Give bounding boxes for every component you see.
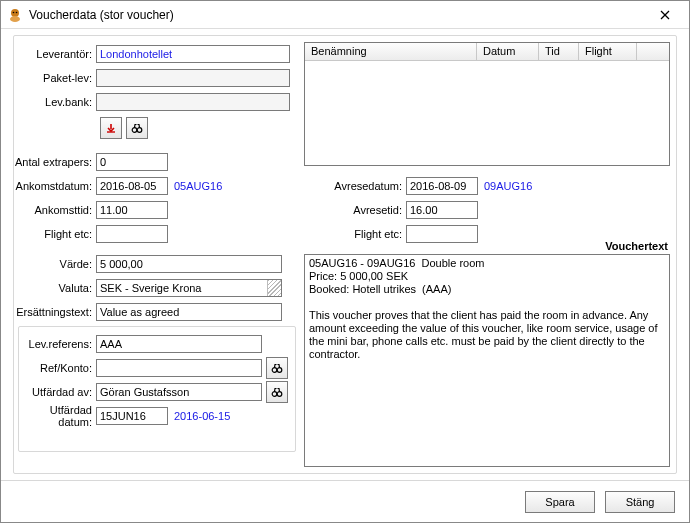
close-icon — [660, 10, 670, 20]
varde-input[interactable] — [96, 255, 282, 273]
svg-point-0 — [11, 9, 19, 17]
label-valuta: Valuta: — [14, 282, 96, 294]
avresetid-input[interactable] — [406, 201, 478, 219]
search-ref-konto-button[interactable] — [266, 357, 288, 379]
binoculars-icon — [131, 122, 143, 134]
flight-etc-left-input[interactable] — [96, 225, 168, 243]
label-ankomsttid: Ankomsttid: — [14, 204, 96, 216]
vouchertext-area[interactable]: 05AUG16 - 09AUG16 Double room Price: 5 0… — [304, 254, 670, 467]
window-title: Voucherdata (stor voucher) — [29, 8, 647, 22]
main-groupbox: Leverantör: Paket-lev: Lev.bank: — [13, 35, 677, 474]
label-lev-referens: Lev.referens: — [14, 338, 96, 350]
svg-point-1 — [10, 16, 20, 22]
label-utfardad-datum: Utfärdad datum: — [14, 404, 96, 428]
items-table[interactable]: Benämning Datum Tid Flight — [304, 42, 670, 166]
binoculars-icon — [271, 362, 283, 374]
label-levbank: Lev.bank: — [18, 96, 96, 108]
svg-point-2 — [13, 11, 15, 13]
paketlev-input[interactable] — [96, 69, 290, 87]
valuta-value: SEK - Sverige Krona — [100, 282, 202, 294]
label-avresedatum: Avresedatum: — [324, 180, 406, 192]
antal-extrapers-input[interactable] — [96, 153, 168, 171]
binoculars-icon — [271, 386, 283, 398]
col-spacer — [637, 43, 669, 60]
titlebar: Voucherdata (stor voucher) — [1, 1, 689, 29]
svg-point-11 — [272, 392, 277, 397]
svg-point-9 — [272, 368, 277, 373]
ankomsttid-input[interactable] — [96, 201, 168, 219]
window-close-button[interactable] — [647, 4, 683, 26]
label-leverantor: Leverantör: — [18, 48, 96, 60]
avresedatum-alt: 09AUG16 — [478, 180, 532, 192]
svg-point-10 — [277, 368, 282, 373]
table-body[interactable] — [305, 61, 669, 165]
leverantor-input[interactable] — [96, 45, 290, 63]
svg-point-8 — [137, 128, 142, 133]
valuta-combo[interactable]: SEK - Sverige Krona — [96, 279, 282, 297]
close-button[interactable]: Stäng — [605, 491, 675, 513]
svg-point-7 — [132, 128, 137, 133]
utfardad-av-input[interactable] — [96, 383, 262, 401]
label-ersattningstext: Ersättningstext: — [14, 306, 96, 318]
ref-konto-input[interactable] — [96, 359, 262, 377]
col-flight[interactable]: Flight — [579, 43, 637, 60]
label-paketlev: Paket-lev: — [18, 72, 96, 84]
avresedatum-input[interactable] — [406, 177, 478, 195]
lev-referens-input[interactable] — [96, 335, 262, 353]
flight-etc-right-input[interactable] — [406, 225, 478, 243]
label-avresetid: Avresetid: — [324, 204, 406, 216]
table-header: Benämning Datum Tid Flight — [305, 43, 669, 61]
svg-point-3 — [16, 11, 18, 13]
ankomstdatum-input[interactable] — [96, 177, 168, 195]
label-vouchertext: Vouchertext — [605, 240, 668, 252]
search-leverantor-button[interactable] — [126, 117, 148, 139]
label-flight-etc-right: Flight etc: — [324, 228, 406, 240]
label-varde: Värde: — [14, 258, 96, 270]
utfardad-datum-input[interactable] — [96, 407, 168, 425]
ersattningstext-input[interactable] — [96, 303, 282, 321]
label-antal-extrapers: Antal extrapers: — [14, 156, 96, 168]
app-icon — [7, 7, 23, 23]
col-tid[interactable]: Tid — [539, 43, 579, 60]
label-flight-etc-left: Flight etc: — [14, 228, 96, 240]
search-utfardad-av-button[interactable] — [266, 381, 288, 403]
col-benamning[interactable]: Benämning — [305, 43, 477, 60]
label-ref-konto: Ref/Konto: — [14, 362, 96, 374]
ankomstdatum-alt: 05AUG16 — [168, 180, 222, 192]
footer: Spara Stäng — [1, 480, 689, 522]
client-area: Leverantör: Paket-lev: Lev.bank: — [1, 29, 689, 480]
levbank-input[interactable] — [96, 93, 290, 111]
col-datum[interactable]: Datum — [477, 43, 539, 60]
down-arrow-red-icon — [105, 122, 117, 134]
save-button[interactable]: Spara — [525, 491, 595, 513]
label-ankomstdatum: Ankomstdatum: — [14, 180, 96, 192]
label-utfardad-av: Utfärdad av: — [14, 386, 96, 398]
utfardad-datum-alt: 2016-06-15 — [168, 410, 230, 422]
combo-hatch-icon — [267, 280, 281, 296]
clear-button[interactable] — [100, 117, 122, 139]
svg-point-12 — [277, 392, 282, 397]
